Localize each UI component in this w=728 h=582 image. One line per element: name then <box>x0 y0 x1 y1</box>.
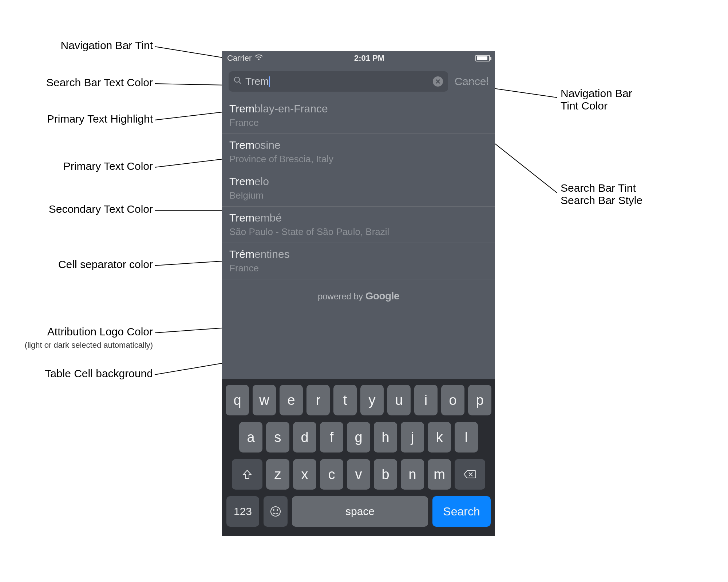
result-secondary: France <box>229 263 488 274</box>
status-time: 2:01 PM <box>354 53 384 63</box>
svg-point-1 <box>234 77 240 82</box>
result-primary: Tremblay-en-France <box>229 103 488 115</box>
keyboard-row-2: a s d f g h j k l <box>225 422 492 453</box>
result-primary: Tremosine <box>229 139 488 151</box>
annotation-table-cell-background: Table Cell background <box>45 367 153 380</box>
key-shift[interactable] <box>232 459 262 490</box>
key-backspace[interactable] <box>455 459 485 490</box>
annotation-nav-bar-tint: Navigation Bar Tint <box>61 39 153 52</box>
clear-search-icon[interactable] <box>433 76 443 87</box>
annotation-primary-text-highlight: Primary Text Highlight <box>47 113 153 125</box>
key-emoji[interactable] <box>264 496 288 527</box>
keyboard-row-1: q w e r t y u i o p <box>225 385 492 415</box>
key-i[interactable]: i <box>414 385 438 415</box>
result-primary: Tremelo <box>229 175 488 188</box>
result-primary: Trémentines <box>229 248 488 260</box>
carrier-label: Carrier <box>227 53 252 63</box>
key-f[interactable]: f <box>320 422 343 453</box>
annotation-primary-text-color: Primary Text Color <box>63 160 153 172</box>
key-c[interactable]: c <box>320 459 343 490</box>
annotation-search-bar-text-color: Search Bar Text Color <box>46 76 153 89</box>
status-bar: Carrier 2:01 PM <box>222 51 495 65</box>
key-search[interactable]: Search <box>432 496 491 527</box>
svg-point-0 <box>258 59 260 60</box>
svg-point-9 <box>277 509 278 511</box>
result-secondary: France <box>229 117 488 128</box>
key-w[interactable]: w <box>253 385 276 415</box>
table-row[interactable]: Tremelo Belgium <box>222 170 495 207</box>
cancel-button[interactable]: Cancel <box>455 75 488 88</box>
result-secondary: Belgium <box>229 190 488 201</box>
svg-point-8 <box>273 509 274 511</box>
search-input[interactable]: Trem <box>229 71 448 92</box>
battery-icon <box>475 55 490 61</box>
annotation-attribution-logo-color: Attribution Logo Color (light or dark se… <box>25 326 153 350</box>
table-row[interactable]: Tremembé São Paulo - State of São Paulo,… <box>222 207 495 243</box>
key-b[interactable]: b <box>374 459 397 490</box>
google-logo-text: Google <box>365 290 399 302</box>
svg-point-7 <box>271 507 280 516</box>
search-query-text: Trem <box>245 76 270 88</box>
annotation-nav-bar-tint-color: Navigation BarTint Color <box>561 87 632 112</box>
annotation-secondary-text-color: Secondary Text Color <box>49 203 153 215</box>
phone-screen: Carrier 2:01 PM Trem Cancel <box>222 51 495 536</box>
wifi-icon <box>254 53 263 63</box>
key-d[interactable]: d <box>293 422 316 453</box>
result-secondary: São Paulo - State of São Paulo, Brazil <box>229 226 488 238</box>
table-row[interactable]: Trémentines France <box>222 243 495 279</box>
key-k[interactable]: k <box>428 422 451 453</box>
search-icon <box>234 76 242 87</box>
results-table: Tremblay-en-France France Tremosine Prov… <box>222 97 495 382</box>
key-t[interactable]: t <box>333 385 357 415</box>
key-g[interactable]: g <box>347 422 370 453</box>
key-y[interactable]: y <box>360 385 384 415</box>
key-u[interactable]: u <box>387 385 411 415</box>
key-space[interactable]: space <box>292 496 428 527</box>
svg-line-2 <box>239 81 241 84</box>
key-j[interactable]: j <box>401 422 424 453</box>
result-secondary: Province of Brescia, Italy <box>229 154 488 165</box>
annotation-cell-separator-color: Cell separator color <box>58 258 153 271</box>
keyboard: q w e r t y u i o p a s d f g h j k l <box>222 379 495 536</box>
result-primary: Tremembé <box>229 212 488 224</box>
keyboard-row-4: 123 space Search <box>225 496 492 527</box>
key-e[interactable]: e <box>280 385 303 415</box>
key-s[interactable]: s <box>266 422 289 453</box>
key-o[interactable]: o <box>441 385 464 415</box>
key-n[interactable]: n <box>401 459 424 490</box>
annotation-search-bar-tint-style: Search Bar TintSearch Bar Style <box>561 182 642 207</box>
key-v[interactable]: v <box>347 459 370 490</box>
key-z[interactable]: z <box>266 459 289 490</box>
key-m[interactable]: m <box>428 459 451 490</box>
table-row[interactable]: Tremblay-en-France France <box>222 97 495 134</box>
key-l[interactable]: l <box>455 422 478 453</box>
powered-by-attribution: powered by Google <box>222 279 495 309</box>
keyboard-row-3: z x c v b n m <box>225 459 492 490</box>
key-h[interactable]: h <box>374 422 397 453</box>
key-q[interactable]: q <box>226 385 249 415</box>
table-row[interactable]: Tremosine Province of Brescia, Italy <box>222 134 495 170</box>
key-r[interactable]: r <box>306 385 330 415</box>
table-background-fill <box>222 309 495 382</box>
key-p[interactable]: p <box>468 385 491 415</box>
key-a[interactable]: a <box>239 422 262 453</box>
key-numbers[interactable]: 123 <box>226 496 259 527</box>
navigation-bar: Trem Cancel <box>222 65 495 97</box>
key-x[interactable]: x <box>293 459 316 490</box>
